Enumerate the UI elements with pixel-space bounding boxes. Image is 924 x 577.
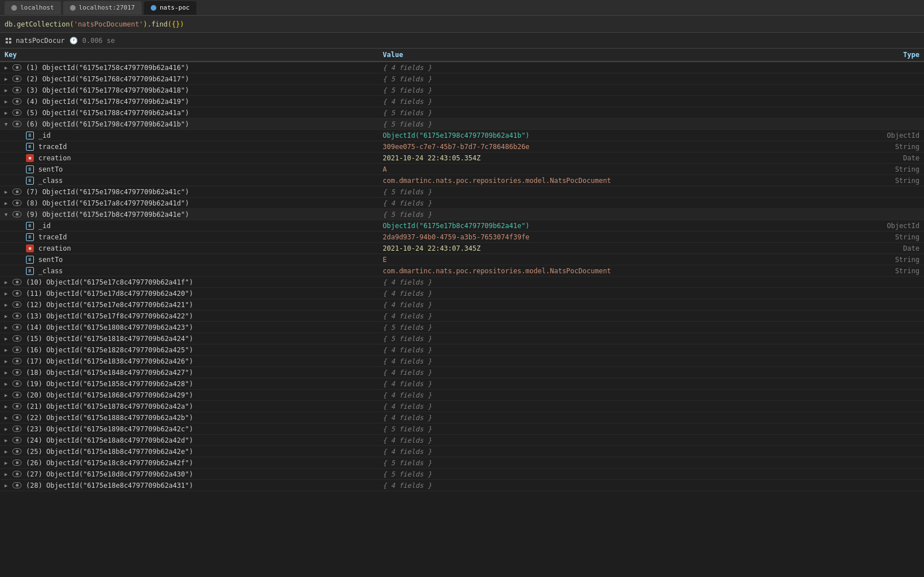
table-row[interactable]: ▶ (14) ObjectId("6175e1808c4797709b62a42… — [0, 322, 924, 333]
expand-arrow[interactable]: ▶ — [5, 347, 10, 353]
table-row[interactable]: ▶ (26) ObjectId("6175e18c8c4797709b62a42… — [0, 457, 924, 469]
tab-localhost-27017[interactable]: localhost:27017 — [63, 1, 142, 15]
expand-arrow[interactable]: ▶ — [5, 291, 10, 296]
key-text: (22) ObjectId("6175e1888c4797709b62a42b"… — [26, 414, 193, 422]
tab-favicon — [70, 5, 76, 11]
table-row[interactable]: ▶ (17) ObjectId("6175e1838c4797709b62a42… — [0, 356, 924, 367]
table-row[interactable]: ▶ (23) ObjectId("6175e1898c4797709b62a42… — [0, 423, 924, 435]
row-key: ≡ _class — [5, 177, 383, 185]
table-row[interactable]: ▶ (28) ObjectId("6175e18e8c4797709b62a43… — [0, 480, 924, 491]
key-text: _id — [38, 132, 51, 139]
expand-arrow[interactable]: ▼ — [5, 121, 10, 127]
expand-arrow[interactable]: ▶ — [5, 200, 10, 206]
row-key: ≡ traceId — [5, 143, 383, 151]
expand-arrow[interactable]: ▶ — [5, 404, 10, 409]
expand-arrow[interactable]: ▶ — [5, 370, 10, 375]
table-row[interactable]: ▶ (21) ObjectId("6175e1878c4797709b62a42… — [0, 401, 924, 412]
expand-arrow[interactable]: ▶ — [5, 359, 10, 364]
table-row[interactable]: ▶ (3) ObjectId("6175e1778c4797709b62a418… — [0, 85, 924, 96]
row-key: ▦ creation — [5, 244, 383, 252]
table-row[interactable]: ▶ (22) ObjectId("6175e1888c4797709b62a42… — [0, 412, 924, 423]
table-row[interactable]: ▶ (13) ObjectId("6175e17f8c4797709b62a42… — [0, 311, 924, 322]
expand-arrow[interactable]: ▶ — [5, 88, 10, 93]
expand-arrow[interactable]: ▶ — [5, 302, 10, 308]
table-row[interactable]: ≡ sentTo A String — [0, 164, 924, 175]
table-row[interactable]: ▶ (18) ObjectId("6175e1848c4797709b62a42… — [0, 367, 924, 378]
expand-arrow[interactable]: ▶ — [5, 325, 10, 330]
table-row[interactable]: ▶ (10) ObjectId("6175e17c8c4797709b62a41… — [0, 277, 924, 288]
table-row[interactable]: ▶ (4) ObjectId("6175e1778c4797709b62a419… — [0, 96, 924, 107]
query-time: 0.006 se — [82, 37, 115, 45]
expand-arrow[interactable]: ▶ — [5, 392, 10, 398]
table-content[interactable]: ▶ (1) ObjectId("6175e1758c4797709b62a416… — [0, 62, 924, 574]
expand-arrow[interactable]: ▶ — [5, 313, 10, 319]
expand-arrow[interactable]: ▶ — [5, 426, 10, 432]
table-row[interactable]: ▦ creation 2021-10-24 22:43:07.345Z Date — [0, 243, 924, 254]
table-header: Key Value Type — [0, 49, 924, 62]
table-row[interactable]: ▶ (20) ObjectId("6175e1868c4797709b62a42… — [0, 390, 924, 401]
expand-arrow[interactable]: ▶ — [5, 189, 10, 195]
table-row[interactable]: ▶ (16) ObjectId("6175e1828c4797709b62a42… — [0, 344, 924, 356]
table-row[interactable]: ▼ (6) ObjectId("6175e1798c4797709b62a41b… — [0, 119, 924, 130]
expand-arrow[interactable]: ▶ — [5, 65, 10, 71]
table-row[interactable]: ▶ (25) ObjectId("6175e18b8c4797709b62a42… — [0, 446, 924, 457]
key-text: (11) ObjectId("6175e17d8c4797709b62a420"… — [26, 290, 193, 298]
table-row[interactable]: ≡ _class com.dmartinc.nats.poc.repositor… — [0, 175, 924, 186]
expand-arrow[interactable]: ▶ — [5, 483, 10, 488]
key-text: _class — [38, 267, 63, 275]
table-row[interactable]: ▦ creation 2021-10-24 22:43:05.354Z Date — [0, 152, 924, 164]
table-row[interactable]: ≡ _id ObjectId("6175e17b8c4797709b62a41e… — [0, 220, 924, 231]
table-row[interactable]: ▶ (12) ObjectId("6175e17e8c4797709b62a42… — [0, 299, 924, 311]
table-row[interactable]: ▶ (11) ObjectId("6175e17d8c4797709b62a42… — [0, 288, 924, 299]
table-row[interactable]: ▶ (5) ObjectId("6175e1788c4797709b62a41a… — [0, 107, 924, 119]
expand-arrow[interactable]: ▶ — [5, 279, 10, 285]
key-text: (15) ObjectId("6175e1818c4797709b62a424"… — [26, 335, 193, 343]
row-value: { 5 fields } — [383, 459, 852, 467]
row-key: ▶ (17) ObjectId("6175e1838c4797709b62a42… — [5, 357, 383, 365]
table-row[interactable]: ▶ (2) ObjectId("6175e1768c4797709b62a417… — [0, 73, 924, 85]
tab-localhost[interactable]: localhost — [5, 1, 61, 15]
row-value: com.dmartinc.nats.poc.repositories.model… — [383, 267, 852, 275]
expand-arrow[interactable]: ▶ — [5, 76, 10, 82]
expand-arrow[interactable]: ▶ — [5, 438, 10, 443]
key-text: (12) ObjectId("6175e17e8c4797709b62a421"… — [26, 301, 193, 309]
expand-arrow[interactable]: ▶ — [5, 471, 10, 477]
str-icon: ≡ — [26, 233, 34, 241]
browser-tabs: localhost localhost:27017 nats-poc — [0, 0, 924, 16]
row-value: { 5 fields } — [383, 188, 852, 196]
table-row[interactable]: ▶ (7) ObjectId("6175e1798c4797709b62a41c… — [0, 186, 924, 198]
query-bar[interactable]: db.getCollection('natsPocDocument').find… — [0, 16, 924, 33]
table-row[interactable]: ≡ sentTo E String — [0, 254, 924, 265]
table-row[interactable]: ▼ (9) ObjectId("6175e17b8c4797709b62a41e… — [0, 209, 924, 220]
expand-arrow[interactable]: ▼ — [5, 212, 10, 217]
eye-icon — [12, 211, 21, 217]
row-key: ≡ sentTo — [5, 256, 383, 264]
expand-arrow[interactable]: ▶ — [5, 415, 10, 421]
table-row[interactable]: ≡ _id ObjectId("6175e1798c4797709b62a41b… — [0, 130, 924, 141]
expand-arrow[interactable]: ▶ — [5, 336, 10, 342]
row-key: ▶ (28) ObjectId("6175e18e8c4797709b62a43… — [5, 482, 383, 489]
key-text: traceId — [38, 233, 67, 241]
expand-arrow[interactable]: ▶ — [5, 99, 10, 104]
tab-nats-poc[interactable]: nats-poc — [144, 1, 196, 15]
expand-arrow[interactable]: ▶ — [5, 460, 10, 466]
eye-icon — [12, 347, 21, 353]
table-row[interactable]: ≡ traceId 2da9d937-94b0-4759-a3b5-765307… — [0, 231, 924, 243]
expand-arrow[interactable]: ▶ — [5, 449, 10, 454]
expand-arrow[interactable]: ▶ — [5, 110, 10, 116]
key-text: (18) ObjectId("6175e1848c4797709b62a427"… — [26, 369, 193, 377]
row-key: ▼ (6) ObjectId("6175e1798c4797709b62a41b… — [5, 120, 383, 128]
expand-arrow[interactable]: ▶ — [5, 381, 10, 387]
key-text: (20) ObjectId("6175e1868c4797709b62a429"… — [26, 391, 193, 399]
table-row[interactable]: ▶ (1) ObjectId("6175e1758c4797709b62a416… — [0, 62, 924, 73]
table-row[interactable]: ▶ (24) ObjectId("6175e18a8c4797709b62a42… — [0, 435, 924, 446]
table-row[interactable]: ▶ (8) ObjectId("6175e17a8c4797709b62a41d… — [0, 198, 924, 209]
row-key: ▶ (2) ObjectId("6175e1768c4797709b62a417… — [5, 75, 383, 83]
table-row[interactable]: ▶ (27) ObjectId("6175e18d8c4797709b62a43… — [0, 469, 924, 480]
query-text: db.getCollection('natsPocDocument').find… — [5, 20, 184, 28]
table-row[interactable]: ▶ (19) ObjectId("6175e1858c4797709b62a42… — [0, 378, 924, 390]
table-row[interactable]: ≡ _class com.dmartinc.nats.poc.repositor… — [0, 265, 924, 277]
row-type: ObjectId — [852, 222, 919, 230]
table-row[interactable]: ≡ traceId 309ee075-c7e7-45b7-b7d7-7c7864… — [0, 141, 924, 152]
table-row[interactable]: ▶ (15) ObjectId("6175e1818c4797709b62a42… — [0, 333, 924, 344]
